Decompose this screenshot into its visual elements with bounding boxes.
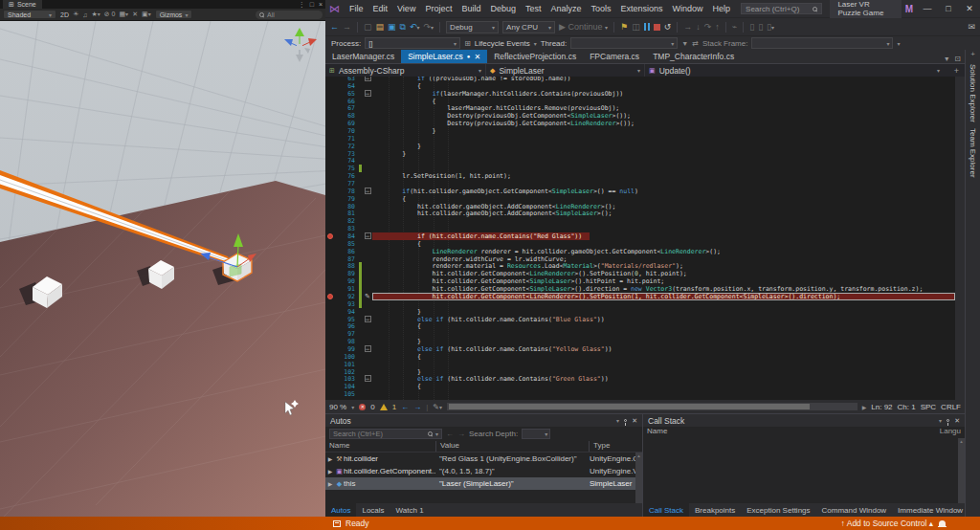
code-line[interactable]: 72 } [325,143,955,150]
expander-icon[interactable]: ▶ [325,455,335,462]
thread-dropdown[interactable]: ▾ [570,37,678,49]
swap-icon[interactable]: ⇄ [692,39,699,48]
menu-test[interactable]: Test [521,0,546,17]
code-line[interactable]: 85 { [325,240,955,248]
tab-breakpoints[interactable]: Breakpoints [689,503,741,517]
bookmark-list-icon[interactable]: ▯▾ [767,22,774,32]
effects-icon[interactable]: ★▾ [91,11,100,18]
code-line[interactable]: 74 [325,157,955,165]
close-icon[interactable]: ✕ [959,4,980,13]
file-tab-reflectiveprojection-cs[interactable]: ReflectiveProjection.cs [487,50,583,63]
tab-autos[interactable]: Autos [325,503,356,517]
window-position-icon[interactable]: ▾ [939,417,942,424]
breadcrumb-class[interactable]: ◆ SimpleLaser ▾ [486,64,645,77]
breakpoint-margin[interactable] [325,240,337,248]
file-tab-tmp_characterinfo-cs[interactable]: TMP_CharacterInfo.cs [646,50,741,63]
menu-edit[interactable]: Edit [368,0,393,17]
breakpoint-margin[interactable] [325,308,337,316]
breakpoint-margin[interactable] [325,300,337,308]
tool-settings-icon[interactable]: ✕ [132,11,138,18]
fold-collapse-icon[interactable]: − [365,90,371,97]
pin-icon[interactable] [624,419,627,422]
breakpoint-margin[interactable] [325,165,337,172]
code-line[interactable]: 89 hit.collider.GetComponent<LineRendere… [325,270,955,277]
save-icon[interactable]: ▣ [388,22,396,32]
code-line[interactable]: 82 [325,217,955,225]
breakpoint-margin[interactable] [325,104,337,112]
breakpoint-margin[interactable] [325,127,337,135]
breakpoint-margin[interactable] [325,188,337,195]
shading-mode-dropdown[interactable]: Shaded ▾ [3,10,56,19]
autos-scrollbar[interactable] [635,453,642,503]
column-name[interactable]: Name [325,441,436,452]
tab-locals[interactable]: Locals [356,503,390,517]
code-line[interactable]: 105 [325,390,955,398]
breakpoint-margin[interactable] [325,322,337,330]
active-files-dropdown-icon[interactable]: ▾ [945,55,948,63]
code-editor[interactable]: 63− if ((previousObj.name != storedObj.n… [325,77,955,400]
menu-build[interactable]: Build [457,0,485,17]
code-line[interactable]: 86 LineRenderer renderer = hit.collider.… [325,248,955,255]
code-line[interactable]: 100 { [325,353,955,361]
scene-visibility-toggle[interactable]: ⊘ 0 [104,11,116,18]
show-next-statement-icon[interactable]: → [683,22,692,32]
code-line[interactable]: 90 hit.collider.GetComponent<SimpleLaser… [325,277,955,285]
audio-toggle-icon[interactable]: ♫ [82,11,87,18]
navigate-forward-icon[interactable]: → [413,403,421,411]
breakpoint-margin[interactable] [325,316,337,323]
fold-collapse-icon[interactable]: − [365,375,371,382]
grid-icon[interactable]: ▦▾ [119,11,128,18]
notifications-bell-icon[interactable] [939,520,946,526]
line-ending[interactable]: CRLF [941,403,961,411]
scene-tab[interactable]: ⊞ Scene [3,0,42,9]
breakpoint-margin[interactable] [325,150,337,158]
gizmos-dropdown[interactable]: Gizmos ▾ [155,10,193,19]
minimize-icon[interactable]: — [917,4,938,13]
breakpoint-margin[interactable] [325,345,337,353]
code-line[interactable]: 70 } [325,127,955,135]
code-line[interactable]: 78− if(hit.collider.gameObject.GetCompon… [325,188,955,195]
scene-more-icon[interactable]: ⋮ [299,1,305,9]
search-forward-icon[interactable]: → [457,430,465,438]
breadcrumb-method[interactable]: ▣ Update() ▾ [645,64,944,77]
autos-search-input[interactable]: Search (Ctrl+E) ▾ [329,429,442,439]
code-line[interactable]: 77 [325,180,955,188]
code-line[interactable]: 67 laserManager.hitColliders.Remove(prev… [325,104,955,112]
code-line[interactable]: 69 Destroy(previousObj.GetComponent<Line… [325,120,955,127]
close-icon[interactable]: ✕ [954,417,960,425]
code-line[interactable]: 79 { [325,195,955,203]
step-into-icon[interactable]: ↓ [696,22,701,32]
code-cleanup-icon[interactable]: ⌁ [732,22,737,32]
breakpoint-flag-icon[interactable]: ⚑ [620,22,628,32]
menu-extensions[interactable]: Extensions [616,0,668,17]
save-all-icon[interactable]: ⧉ [400,22,406,33]
breakpoint-margin[interactable] [325,361,337,368]
breakpoint-margin[interactable] [325,225,337,232]
column-language[interactable]: Langu [936,427,965,438]
autos-row-hit-collider[interactable]: ▶⚒hit.collider"Red Glass 1 (UnityEngine.… [325,453,642,465]
code-line[interactable]: 98 } [325,338,955,345]
breakpoint-icon[interactable] [327,233,333,239]
tab-exception-settings[interactable]: Exception Settings [741,503,815,517]
column-value[interactable]: Value [436,441,590,452]
menu-tools[interactable]: Tools [587,0,616,17]
code-line[interactable]: 83 [325,225,955,232]
code-line[interactable]: 75 [325,165,955,172]
breakpoint-margin[interactable] [325,375,337,383]
code-line[interactable]: 93 [325,300,955,308]
breakpoint-margin[interactable] [325,270,337,277]
file-tab-simplelaser-cs[interactable]: SimpleLaser.cs●✕ [401,50,487,63]
scene-search-input[interactable]: All [256,11,323,19]
breakpoint-margin[interactable] [325,90,337,98]
app-window-icon[interactable]: ◫ [632,22,640,32]
split-window-icon[interactable]: + [954,66,965,76]
fold-collapse-icon[interactable]: − [365,232,371,239]
file-tab-lasermanager-cs[interactable]: LaserManager.cs [325,50,401,63]
code-line[interactable]: 97 [325,330,955,338]
breakpoint-margin[interactable] [325,157,337,165]
source-control-button[interactable]: ↑ Add to Source Control ▴ [841,519,933,528]
menu-window[interactable]: Window [668,0,708,17]
scene-maximize-icon[interactable]: □ [310,1,314,9]
menu-project[interactable]: Project [420,0,457,17]
zoom-level-dropdown[interactable]: 90 % [329,403,346,411]
